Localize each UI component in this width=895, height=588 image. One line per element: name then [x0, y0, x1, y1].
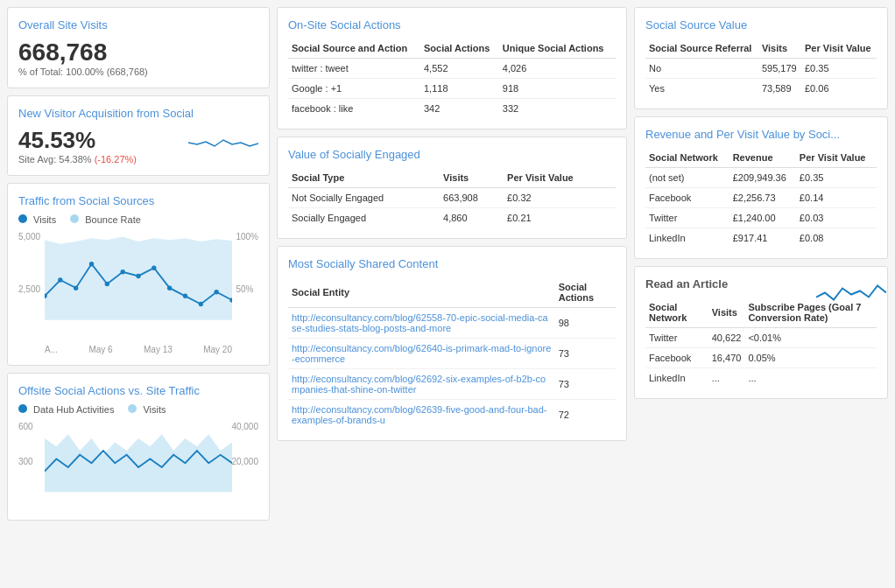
most-shared-title: Most Socially Shared Content: [288, 257, 616, 270]
social-source-value-title: Social Source Value: [645, 18, 877, 32]
col-referral: Social Source Referral: [645, 38, 758, 59]
table-row: http://econsultancy.com/blog/62639-five-…: [288, 400, 616, 430]
revenue-per-visit-card: Revenue and Per Visit Value by Soci... S…: [634, 116, 888, 259]
offsite-social-title: Offsite Social Actions vs. Site Traffic: [18, 384, 258, 397]
offsite-y-right: 40,000 20,000: [231, 422, 258, 509]
svg-point-8: [152, 266, 156, 271]
offsite-visits-legend: Visits: [128, 404, 166, 415]
col-visits: Visits: [440, 168, 504, 188]
on-site-social-title: On-Site Social Actions: [288, 18, 616, 32]
svg-point-4: [89, 262, 94, 267]
offsite-chart: 600 300 40,000 20,000: [18, 422, 258, 509]
col-social-entity: Social Entity: [288, 277, 555, 308]
on-site-social-table: Social Source and Action Social Actions …: [288, 38, 616, 118]
social-source-value-table: Social Source Referral Visits Per Visit …: [645, 38, 877, 98]
col-ra-network: Social Network: [645, 298, 708, 328]
data-hub-legend: Data Hub Activities: [18, 404, 114, 415]
table-row: Socially Engaged4,860£0.21: [288, 208, 616, 228]
data-hub-dot: [18, 404, 27, 413]
col-unique-actions: Unique Social Actions: [499, 38, 616, 59]
new-visitor-avg: Site Avg: 54.38% (-16.27%): [18, 154, 137, 164]
table-row: Facebook16,4700.05%: [645, 348, 877, 368]
value-socially-title: Value of Socially Engaged: [288, 148, 616, 161]
table-row: facebook : like342332: [288, 99, 616, 119]
on-site-social-card: On-Site Social Actions Social Source and…: [277, 7, 627, 130]
most-shared-table: Social Entity Social Actions http://econ…: [288, 277, 616, 430]
bounce-dot: [70, 214, 79, 223]
offsite-social-card: Offsite Social Actions vs. Site Traffic …: [7, 373, 270, 521]
svg-point-2: [58, 277, 62, 283]
table-row: Google : +11,118918: [288, 79, 616, 99]
table-row: LinkedIn......: [645, 368, 877, 388]
most-shared-card: Most Socially Shared Content Social Enti…: [277, 246, 627, 441]
table-row: http://econsultancy.com/blog/62692-six-e…: [288, 369, 616, 400]
revenue-per-visit-table: Social Network Revenue Per Visit Value (…: [645, 148, 877, 248]
svg-point-3: [74, 285, 78, 290]
table-row: Not Socially Engaged663,908£0.32: [288, 188, 616, 208]
svg-point-9: [167, 285, 172, 290]
new-visitor-card: New Visitor Acquisition from Social 45.5…: [7, 95, 270, 176]
bounce-legend-item: Bounce Rate: [70, 214, 141, 225]
traffic-social-title: Traffic from Social Sources: [18, 194, 258, 207]
table-row: (not set)£209,949.36£0.35: [645, 168, 877, 188]
col-per-visit: Per Visit Value: [504, 168, 616, 188]
table-row: http://econsultancy.com/blog/62558-70-ep…: [288, 308, 616, 339]
col-social-actions: Social Actions: [420, 38, 499, 59]
visits-dot: [18, 214, 27, 223]
svg-marker-0: [45, 237, 232, 320]
new-visitor-value: 45.53%: [18, 127, 137, 154]
table-row: Twitter40,622<0.01%: [645, 328, 877, 348]
table-row: Facebook£2,256.73£0.14: [645, 188, 877, 208]
new-visitor-sparkline: [188, 127, 258, 160]
visits-legend-item: Visits: [18, 214, 56, 225]
col-revenue: Revenue: [729, 148, 796, 168]
table-row: Yes73,589£0.06: [645, 79, 877, 99]
overall-visits-sparkline: [816, 276, 886, 313]
col-social-network: Social Network: [645, 148, 729, 168]
overall-visits-card: Overall Site Visits 668,768 % of Total: …: [7, 7, 270, 88]
svg-point-10: [183, 294, 187, 299]
svg-point-11: [199, 302, 203, 307]
offsite-legend: Data Hub Activities Visits: [18, 404, 258, 415]
table-row: No595,179£0.35: [645, 59, 877, 79]
traffic-social-card: Traffic from Social Sources Visits Bounc…: [7, 183, 270, 366]
table-row: LinkedIn£917.41£0.08: [645, 228, 877, 248]
overall-visits-title: Overall Site Visits: [18, 18, 148, 32]
table-row: http://econsultancy.com/blog/62640-is-pr…: [288, 339, 616, 369]
table-row: twitter : tweet4,5524,026: [288, 59, 616, 79]
y-axis-right: 100% 50%: [236, 232, 258, 354]
col-source-action: Social Source and Action: [288, 38, 420, 59]
revenue-per-visit-title: Revenue and Per Visit Value by Soci...: [645, 128, 877, 141]
col-rpv-per-visit: Per Visit Value: [796, 148, 877, 168]
svg-point-6: [120, 270, 124, 275]
svg-point-12: [214, 290, 218, 295]
y-axis-left: 5,000 2,500: [18, 232, 40, 354]
col-ssv-visits: Visits: [758, 38, 801, 59]
social-source-value-card: Social Source Value Social Source Referr…: [634, 7, 888, 109]
offsite-y-left: 600 300: [18, 422, 33, 509]
value-socially-card: Value of Socially Engaged Social Type Vi…: [277, 136, 627, 239]
col-social-actions-shared: Social Actions: [555, 277, 616, 308]
col-per-visit-val: Per Visit Value: [801, 38, 877, 59]
table-row: Twitter£1,240.00£0.03: [645, 208, 877, 228]
x-axis-labels: A... May 6 May 13 May 20: [18, 345, 258, 354]
svg-point-7: [136, 274, 140, 279]
col-social-type: Social Type: [288, 168, 440, 188]
traffic-chart: 5,000 2,500 100% 50%: [18, 232, 258, 354]
traffic-legend: Visits Bounce Rate: [18, 214, 258, 225]
value-socially-table: Social Type Visits Per Visit Value Not S…: [288, 168, 616, 228]
new-visitor-title: New Visitor Acquisition from Social: [18, 107, 258, 120]
overall-visits-sub: % of Total: 100.00% (668,768): [18, 66, 148, 77]
offsite-visits-dot: [128, 404, 137, 413]
svg-point-5: [105, 282, 109, 287]
overall-visits-value: 668,768: [18, 38, 148, 66]
col-ra-visits: Visits: [708, 298, 745, 328]
